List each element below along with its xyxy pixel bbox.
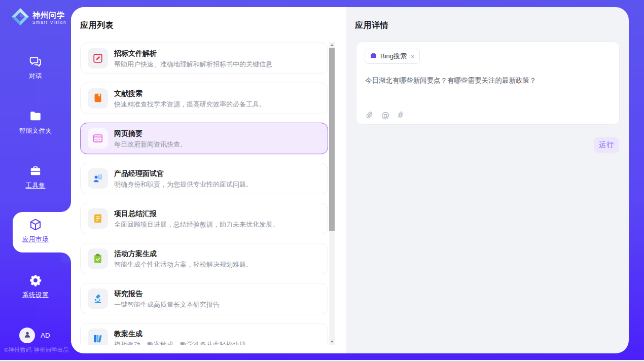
app-detail-card: Bing搜索 × 今日湖北有哪些新闻要点？有哪些需要关注的最新政策？ @ # — [356, 42, 620, 125]
app-card-description: 全面回顾项目进展，总结经验教训，助力未来优化发展。 — [114, 220, 279, 229]
user-name: AD — [41, 332, 50, 339]
scroll-up-button[interactable] — [329, 42, 335, 48]
app-icon-tile: </> — [88, 128, 108, 149]
bubble-fillet-bottom — [61, 252, 71, 263]
brand-subtitle: Smart Vision — [32, 20, 66, 25]
app-card-description: 明确身份和职责，为您提供专业性的面试问题。 — [114, 180, 253, 189]
composer-actions: @ # — [365, 110, 404, 120]
sidebar: 神州问学 Smart Vision 对话智能文件夹工具集应用市场系统设置 AD … — [0, 0, 71, 362]
topic-icon[interactable]: # — [397, 110, 404, 120]
sidebar-item-label: 应用市场 — [0, 235, 71, 244]
note-icon — [92, 213, 103, 224]
app-card-title: 产品经理面试官 — [114, 169, 253, 178]
attach-icon[interactable] — [365, 111, 374, 119]
app-card-description: 帮助用户快速、准确地理解和解析招标书中的关键信息 — [114, 60, 272, 68]
brand-name: 神州问学 — [32, 11, 65, 19]
close-icon[interactable]: × — [411, 53, 415, 60]
chat-icon — [29, 55, 42, 68]
folder-icon — [29, 110, 42, 123]
app-card-title: 项目总结汇报 — [114, 209, 279, 218]
cube-icon — [29, 218, 42, 231]
interview-icon — [92, 173, 103, 184]
sidebar-item-label: 对话 — [0, 72, 71, 81]
app-icon-tile — [88, 88, 108, 108]
web-icon: </> — [92, 133, 103, 144]
mention-icon[interactable]: @ — [381, 110, 389, 120]
app-card-8[interactable]: 教案生成模板驱动，教案秒成，教学准备从此轻松快捷 — [80, 323, 328, 345]
app-icon-tile — [88, 168, 108, 189]
app-card-4[interactable]: 产品经理面试官明确身份和职责，为您提供专业性的面试问题。 — [80, 163, 328, 194]
sidebar-item-2[interactable]: 智能文件夹 — [0, 110, 71, 135]
app-card-1[interactable]: 招标文件解析帮助用户快速、准确地理解和解析招标书中的关键信息 — [80, 43, 328, 74]
app-icon-tile — [88, 288, 108, 309]
app-card-6[interactable]: 活动方案生成智能生成个性化活动方案，轻松解决规划难题。 — [80, 243, 328, 274]
sidebar-item-5[interactable]: 系统设置 — [0, 274, 71, 300]
book-icon — [92, 93, 103, 104]
sidebar-item-label: 系统设置 — [0, 291, 71, 300]
sidebar-item-1[interactable]: 对话 — [0, 55, 71, 81]
app-icon-tile — [88, 48, 108, 68]
microscope-icon — [92, 293, 103, 304]
app-card-title: 研究报告 — [114, 289, 220, 298]
app-detail-title: 应用详情 — [355, 20, 388, 31]
app-list-title: 应用列表 — [80, 20, 114, 31]
app-card-title: 网页摘要 — [114, 129, 187, 138]
brand-logo: 神州问学 Smart Vision — [11, 8, 66, 28]
query-input[interactable]: 今日湖北有哪些新闻要点？有哪些需要关注的最新政策？ — [365, 76, 609, 85]
app-card-title: 招标文件解析 — [114, 49, 272, 58]
app-icon-tile — [88, 329, 108, 345]
diamond-logo-icon — [11, 8, 29, 28]
sidebar-item-label: 智能文件夹 — [0, 127, 71, 135]
app-card-description: 模板驱动，教案秒成，教学准备从此轻松快捷 — [114, 340, 246, 345]
toolbox-icon — [29, 164, 42, 177]
app-card-title: 活动方案生成 — [114, 249, 253, 258]
app-card-5[interactable]: 项目总结汇报全面回顾项目进展，总结经验教训，助力未来优化发展。 — [80, 203, 328, 234]
copyright-text: ©神州数码·神州问学出品 — [4, 346, 69, 354]
app-card-7[interactable]: 研究报告一键智能生成高质量长文本研究报告 — [80, 283, 328, 314]
app-card-description: 智能生成个性化活动方案，轻松解决规划难题。 — [114, 260, 253, 269]
app-card-2[interactable]: 文献搜索快速精准查找学术资源，提高研究效率的必备工具。 — [80, 83, 328, 114]
app-card-description: 每日政府新闻资讯快查。 — [114, 140, 187, 149]
app-card-description: 一键智能生成高质量长文本研究报告 — [114, 300, 220, 309]
run-button[interactable]: 运行 — [594, 137, 619, 153]
user-row[interactable]: AD — [19, 328, 50, 343]
scroll-down-button[interactable] — [329, 339, 335, 345]
person-icon — [23, 330, 32, 341]
avatar[interactable] — [19, 328, 35, 343]
app-icon-tile — [88, 208, 108, 229]
gear-icon — [29, 274, 42, 287]
app-list-scrollbar[interactable] — [329, 42, 335, 345]
scrollbar-thumb[interactable] — [329, 48, 335, 231]
sidebar-item-label: 工具集 — [0, 182, 71, 190]
app-card-title: 文献搜索 — [114, 89, 266, 98]
app-card-3[interactable]: </>网页摘要每日政府新闻资讯快查。 — [80, 123, 328, 154]
tool-tag-label: Bing搜索 — [380, 52, 407, 61]
app-card-description: 快速精准查找学术资源，提高研究效率的必备工具。 — [114, 100, 266, 108]
content-area: 应用列表 招标文件解析帮助用户快速、准确地理解和解析招标书中的关键信息文献搜索快… — [71, 7, 629, 353]
svg-text:</>: </> — [95, 137, 101, 141]
briefcase-icon — [370, 52, 377, 61]
window-bottom-edge — [0, 360, 644, 362]
app-icon-tile — [88, 248, 108, 269]
memo-icon — [92, 53, 103, 64]
bubble-fillet-top — [61, 202, 71, 212]
sidebar-item-3[interactable]: 工具集 — [0, 164, 71, 190]
app-card-title: 教案生成 — [114, 329, 246, 338]
clipboard-icon — [92, 253, 103, 264]
sidebar-item-4[interactable]: 应用市场 — [0, 218, 71, 244]
app-card-list: 招标文件解析帮助用户快速、准确地理解和解析招标书中的关键信息文献搜索快速精准查找… — [80, 43, 328, 345]
books-icon — [92, 333, 103, 344]
tool-tag-bing-search[interactable]: Bing搜索 × — [365, 49, 420, 64]
